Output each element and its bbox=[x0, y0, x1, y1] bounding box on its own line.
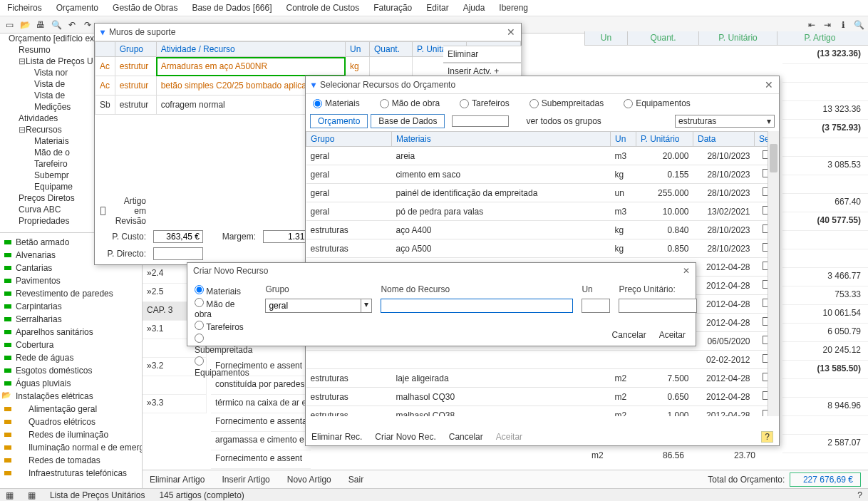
col[interactable]: P. Unitário bbox=[636, 132, 693, 147]
col-un[interactable]: Un bbox=[584, 31, 627, 45]
radio-equipamentos[interactable]: Equipamentos bbox=[624, 98, 691, 108]
table-row[interactable]: estruturasaço A400kg0.84028/10/2023 bbox=[306, 221, 779, 239]
outdent-icon[interactable]: ⇥ bbox=[821, 19, 834, 31]
help-icon[interactable]: ? bbox=[857, 490, 862, 500]
radio-mao[interactable]: Mão de obra bbox=[380, 98, 440, 108]
table-row[interactable]: geralpainél de identificação da empreita… bbox=[306, 184, 779, 202]
cat-sub[interactable]: Redes de tomadas bbox=[0, 454, 142, 467]
info-icon[interactable]: ℹ bbox=[837, 19, 849, 31]
cat-item[interactable]: Cobertura bbox=[0, 339, 142, 351]
radio-materiais[interactable]: Materiais bbox=[313, 98, 360, 108]
cat-item[interactable]: Águas pluviais bbox=[0, 377, 142, 390]
menu-item[interactable]: Orçamento bbox=[56, 3, 98, 13]
radio-tarefeiros[interactable]: Tarefeiros bbox=[460, 98, 510, 108]
collapse-icon[interactable]: ⊟ bbox=[19, 56, 26, 66]
pcusto-input[interactable] bbox=[153, 230, 203, 243]
menu-item[interactable]: Editar bbox=[426, 3, 448, 13]
open-icon[interactable]: 📂 bbox=[19, 19, 31, 31]
cat-sub[interactable]: Infraestruturas telefónicas bbox=[0, 467, 142, 480]
col-quant[interactable]: Quant. bbox=[627, 31, 698, 45]
close-icon[interactable]: ✕ bbox=[765, 79, 773, 91]
radio-tarefeiros[interactable]: Tarefeiros bbox=[195, 320, 252, 333]
cancelar-button[interactable]: Cancelar bbox=[612, 330, 646, 340]
selected-cell[interactable]: Armaduras em aço A500NR bbox=[156, 57, 345, 76]
cat-sub[interactable]: Quadros elétricos bbox=[0, 415, 142, 428]
col[interactable]: Atividade / Recurso bbox=[156, 42, 345, 57]
menu-item[interactable]: Ibereng bbox=[499, 3, 528, 13]
col[interactable]: Grupo bbox=[306, 132, 392, 147]
tab-basedados[interactable]: Base de Dados bbox=[371, 114, 445, 128]
scrollbar[interactable] bbox=[768, 131, 779, 416]
aceitar-button[interactable]: Aceitar bbox=[659, 330, 686, 340]
menu-item[interactable]: Faturação bbox=[373, 3, 412, 13]
cancelar-button[interactable]: Cancelar bbox=[449, 432, 483, 442]
cat-item[interactable]: Aparelhos sanitários bbox=[0, 326, 142, 339]
search-icon[interactable]: 🔍 bbox=[50, 19, 63, 31]
col[interactable]: Un bbox=[346, 42, 370, 57]
col[interactable]: Materiais bbox=[392, 132, 611, 147]
radio-materiais[interactable]: Materiais bbox=[195, 284, 252, 297]
menu-item[interactable]: Controle de Custos bbox=[286, 3, 360, 13]
menu-item[interactable]: Ficheiros bbox=[7, 3, 42, 13]
help-icon[interactable]: ? bbox=[761, 431, 773, 443]
menu-item[interactable]: Ajuda bbox=[463, 3, 485, 13]
pdirecto-input[interactable] bbox=[153, 247, 203, 260]
radio-subempreitadas[interactable]: Subempreitadas bbox=[529, 98, 604, 108]
table-row[interactable]: estruturasmalhasol CQ30m20.6502012-04-28 bbox=[306, 388, 779, 406]
grupo-dropdown[interactable]: estruturas▾ bbox=[675, 115, 775, 128]
radio-mao[interactable]: Mão de obra bbox=[195, 297, 252, 320]
col-punit[interactable]: P. Unitário bbox=[698, 31, 777, 45]
cat-sub[interactable]: Redes de iluminação bbox=[0, 428, 142, 441]
col[interactable]: Data bbox=[693, 132, 755, 147]
cat-item[interactable]: Esgotos domésticos bbox=[0, 364, 142, 377]
col-partigo[interactable]: P. Artigo bbox=[777, 31, 862, 45]
eliminar-rec-button[interactable]: Eliminar Rec. bbox=[311, 432, 362, 442]
radio-subempreitada[interactable]: Subempreitada bbox=[195, 333, 252, 356]
cat-sub[interactable]: Iluminação normal e de emergê bbox=[0, 441, 142, 454]
grid2-icon[interactable]: ▦ bbox=[28, 490, 36, 500]
grupo-select[interactable] bbox=[265, 299, 361, 313]
table-row[interactable]: geralpó de pedra para valasm310.00013/02… bbox=[306, 202, 779, 221]
menu-item[interactable]: Base de Dados [666] bbox=[192, 3, 272, 13]
grid-icon[interactable]: ▦ bbox=[6, 490, 14, 500]
cat-item[interactable]: Serralharias bbox=[0, 313, 142, 326]
category-list[interactable]: Betão armado Alvenarias Cantarias Pavime… bbox=[0, 234, 142, 488]
aceitar-button[interactable]: Aceitar bbox=[496, 432, 522, 442]
collapse-icon[interactable]: ⊟ bbox=[19, 125, 26, 135]
redo-icon[interactable]: ↷ bbox=[81, 19, 94, 31]
table-row[interactable]: geralcimento em sacokg0.15528/10/2023 bbox=[306, 165, 779, 184]
table-row[interactable]: estruturasaço A500kg0.85028/10/2023 bbox=[306, 239, 779, 258]
col[interactable]: Un bbox=[611, 132, 636, 147]
cat-item[interactable]: Revestimento de paredes bbox=[0, 287, 142, 300]
col[interactable]: Quant. bbox=[370, 42, 413, 57]
search2-icon[interactable]: 🔍 bbox=[852, 19, 865, 31]
preco-input[interactable] bbox=[619, 299, 697, 313]
eliminar-button[interactable]: Eliminar bbox=[443, 46, 522, 63]
table-row[interactable]: estruturasmalhasol CQ38m21.0002012-04-28 bbox=[306, 406, 779, 417]
menu-item[interactable]: Gestão de Obras bbox=[113, 3, 177, 13]
radio-equipamentos[interactable]: Equipamentos bbox=[195, 356, 252, 378]
article-code[interactable]: »3.3 bbox=[143, 395, 207, 413]
cat-item[interactable]: Carpintarias bbox=[0, 300, 142, 313]
revisao-checkbox[interactable]: Artigo em Revisão bbox=[100, 196, 146, 226]
nome-input[interactable] bbox=[381, 299, 573, 313]
cat-sub[interactable]: Alimentação geral bbox=[0, 403, 142, 415]
col[interactable]: Grupo bbox=[115, 42, 156, 57]
table-row[interactable]: geralareiam320.00028/10/2023 bbox=[306, 147, 779, 165]
filter-input[interactable] bbox=[452, 115, 509, 127]
eliminar-artigo-button[interactable]: Eliminar Artigo bbox=[150, 475, 205, 485]
col[interactable] bbox=[95, 42, 115, 57]
close-icon[interactable]: ✕ bbox=[507, 26, 515, 38]
inserir-artigo-button[interactable]: Inserir Artigo bbox=[222, 475, 269, 485]
criar-novo-rec-button[interactable]: Criar Novo Rec. bbox=[375, 432, 435, 442]
undo-icon[interactable]: ↶ bbox=[66, 19, 78, 31]
print-icon[interactable]: 🖶 bbox=[34, 19, 47, 31]
chevron-down-icon[interactable]: ▾ bbox=[361, 299, 372, 313]
tab-orcamento[interactable]: Orçamento bbox=[310, 114, 368, 128]
cat-item[interactable]: Rede de águas bbox=[0, 351, 142, 364]
un-input[interactable] bbox=[582, 299, 610, 313]
window-titlebar[interactable]: ▾ Muros de suporte ✕ bbox=[95, 24, 521, 41]
cat-item[interactable]: Pavimentos bbox=[0, 274, 142, 287]
close-icon[interactable]: ✕ bbox=[683, 266, 690, 276]
cat-folder[interactable]: Instalações elétricas bbox=[0, 390, 142, 403]
